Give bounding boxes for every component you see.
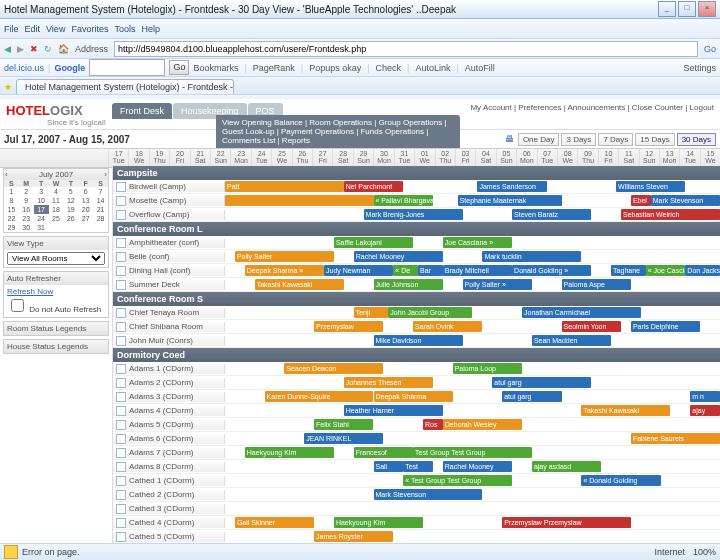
calendar-day[interactable]: 16 xyxy=(19,205,34,214)
booking-bar[interactable]: James Sanderson xyxy=(477,181,546,192)
menu-view[interactable]: View xyxy=(46,24,65,34)
room-checkbox[interactable] xyxy=(116,406,126,416)
booking-bar[interactable]: Joe Casciana » xyxy=(443,237,512,248)
booking-bar[interactable]: Stephanie Maaternak xyxy=(458,195,562,206)
room-checkbox[interactable] xyxy=(116,420,126,430)
room-checkbox[interactable] xyxy=(116,196,126,206)
room-checkbox[interactable] xyxy=(116,322,126,332)
calendar-day[interactable]: 2 xyxy=(19,187,34,196)
room-checkbox[interactable] xyxy=(116,462,126,472)
room-label[interactable]: Adams 5 (CDorm) xyxy=(113,420,225,430)
room-checkbox[interactable] xyxy=(116,490,126,500)
booking-bar[interactable]: ajay asdasd xyxy=(532,461,601,472)
booking-bar[interactable]: Nel Parchmont xyxy=(344,181,403,192)
booking-bar[interactable]: Fabiene Saureis xyxy=(631,433,720,444)
booking-bar[interactable]: Sean Madden xyxy=(532,335,611,346)
booking-bar[interactable]: Deborah Wesley xyxy=(443,419,522,430)
room-label[interactable]: Birdwell (Camp) xyxy=(113,182,225,192)
nav-fwd-icon[interactable]: ▶ xyxy=(17,44,24,54)
tab-front desk[interactable]: Front Desk xyxy=(112,103,172,119)
room-group-header[interactable]: Conference Room S xyxy=(113,292,720,306)
booking-bar[interactable]: Paris Delphine xyxy=(631,321,700,332)
room-group-header[interactable]: Dormitory Coed xyxy=(113,348,720,362)
room-label[interactable]: John Muir (Conrs) xyxy=(113,336,225,346)
gbar-autolink[interactable]: AutoLink xyxy=(415,63,450,73)
calendar-day[interactable]: 7 xyxy=(93,187,108,196)
calendar-day[interactable]: 12 xyxy=(63,196,78,205)
booking-bar[interactable]: Deepak Sharma xyxy=(374,391,453,402)
booking-bar[interactable]: Test Group Test Group xyxy=(413,447,532,458)
google-settings[interactable]: Settings xyxy=(683,63,716,73)
calendar-day[interactable]: 3 xyxy=(34,187,49,196)
room-label[interactable]: Dining Hall (conf) xyxy=(113,266,225,276)
browser-tab[interactable]: Hotel Management System (Hotelogix) - Fr… xyxy=(16,79,234,94)
calendar-day[interactable]: 6 xyxy=(78,187,93,196)
booking-bar[interactable]: Bar xyxy=(418,265,443,276)
gbar-check[interactable]: Check xyxy=(376,63,402,73)
room-label[interactable]: Cathed 2 (CDorm) xyxy=(113,490,225,500)
google-go-button[interactable]: Go xyxy=(169,60,189,75)
booking-bar[interactable] xyxy=(225,195,374,206)
booking-bar[interactable]: Haekyoung Kim xyxy=(245,447,334,458)
booking-bar[interactable]: Test xyxy=(403,461,433,472)
booking-bar[interactable]: Taghane xyxy=(611,265,646,276)
room-label[interactable]: Chief Tenaya Room xyxy=(113,308,225,318)
room-legends-header[interactable]: Room Status Legends xyxy=(4,322,108,335)
room-checkbox[interactable] xyxy=(116,504,126,514)
booking-bar[interactable]: Paloma Loop xyxy=(453,363,522,374)
room-checkbox[interactable] xyxy=(116,336,126,346)
booking-bar[interactable]: Mark Stevenson xyxy=(651,195,720,206)
calendar-day[interactable]: 1 xyxy=(4,187,19,196)
booking-bar[interactable]: « Donald Golding xyxy=(581,475,660,486)
calendar-day[interactable]: 31 xyxy=(34,223,49,232)
room-checkbox[interactable] xyxy=(116,476,126,486)
booking-bar[interactable]: Mark Brenig-Jones xyxy=(364,209,463,220)
booking-bar[interactable]: John Jacobi Group xyxy=(388,307,472,318)
room-label[interactable]: Cathed 5 (CDorm) xyxy=(113,532,225,542)
maximize-button[interactable]: □ xyxy=(678,1,696,17)
calendar-day[interactable]: 28 xyxy=(93,214,108,223)
room-label[interactable]: Cathed 3 (CDorm) xyxy=(113,504,225,514)
booking-bar[interactable]: Felix Stahl xyxy=(314,419,373,430)
booking-bar[interactable]: Polly Salter xyxy=(235,251,334,262)
booking-bar[interactable]: Deepak Sharma » xyxy=(245,265,324,276)
booking-bar[interactable]: Paloma Aspe xyxy=(562,279,631,290)
view-7 days[interactable]: 7 Days xyxy=(598,133,633,146)
room-label[interactable]: Adams 4 (CDorm) xyxy=(113,406,225,416)
calendar-day[interactable]: 26 xyxy=(63,214,78,223)
calendar-day[interactable]: 29 xyxy=(4,223,19,232)
menu-file[interactable]: File xyxy=(4,24,19,34)
favorites-icon[interactable]: ★ xyxy=(4,82,12,92)
booking-bar[interactable]: « De xyxy=(393,265,418,276)
room-checkbox[interactable] xyxy=(116,266,126,276)
gbar-bookmarks[interactable]: Bookmarks xyxy=(193,63,238,73)
booking-bar[interactable]: Jonathan Carmichael xyxy=(522,307,641,318)
house-legends-header[interactable]: House Status Legends xyxy=(4,340,108,353)
booking-bar[interactable]: Ebel xyxy=(631,195,651,206)
room-label[interactable]: Adams 6 (CDorm) xyxy=(113,434,225,444)
booking-bar[interactable]: Seolmin Yoon xyxy=(562,321,621,332)
calendar-day[interactable]: 23 xyxy=(19,214,34,223)
calendar-day[interactable]: 13 xyxy=(78,196,93,205)
room-checkbox[interactable] xyxy=(116,392,126,402)
booking-bar[interactable]: Rachel Mooney xyxy=(443,461,512,472)
room-checkbox[interactable] xyxy=(116,364,126,374)
minimize-button[interactable]: _ xyxy=(658,1,676,17)
room-label[interactable]: Cathed 1 (CDorm) xyxy=(113,476,225,486)
refresh-now-link[interactable]: Refresh Now xyxy=(7,287,53,296)
calendar-day[interactable]: 9 xyxy=(19,196,34,205)
room-group-header[interactable]: Conference Room L xyxy=(113,222,720,236)
booking-bar[interactable]: Polly Salter » xyxy=(463,279,532,290)
booking-bar[interactable]: Donald Golding » xyxy=(512,265,591,276)
booking-bar[interactable]: Steven Baratz xyxy=(512,209,591,220)
calendar-day[interactable]: 17 xyxy=(34,205,49,214)
room-group-header[interactable]: Campsite xyxy=(113,166,720,180)
booking-bar[interactable]: Don Jackson xyxy=(685,265,720,276)
booking-grid[interactable]: Campsite Birdwell (Camp) PattNel Parchmo… xyxy=(113,166,720,544)
gbar-popups okay[interactable]: Popups okay xyxy=(309,63,361,73)
room-label[interactable]: Adams 3 (CDorm) xyxy=(113,392,225,402)
calendar-day[interactable] xyxy=(93,223,108,232)
calendar-day[interactable]: 4 xyxy=(49,187,64,196)
room-label[interactable]: Summer Deck xyxy=(113,280,225,290)
booking-bar[interactable]: JEAN RINKEL xyxy=(304,433,383,444)
